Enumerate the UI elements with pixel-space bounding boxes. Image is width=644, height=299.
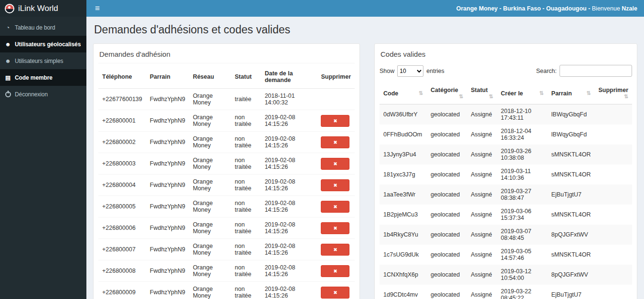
demande-row: +226800002FwdhzYphN9Orange Moneynon trai… bbox=[98, 132, 355, 153]
code-row: 0dW36UfbrYgeolocatedAssigné2018-12-10 17… bbox=[380, 104, 632, 125]
code-cell-statut: Assigné bbox=[467, 205, 497, 225]
demande-cell-date: 2018-11-01 14:00:32 bbox=[261, 89, 317, 110]
code-cell-code: 1aaTee3fWr bbox=[380, 185, 427, 205]
delete-demande-button[interactable]: ✖ bbox=[321, 136, 349, 148]
demande-cell-reseau: Orange Money bbox=[189, 153, 231, 175]
codes-col-supprimer[interactable]: Supprimer⇅ bbox=[594, 82, 632, 104]
demande-row: +226800001FwdhzYphN9Orange Moneynon trai… bbox=[98, 110, 355, 132]
delete-demande-button[interactable]: ✖ bbox=[321, 287, 349, 299]
delete-demande-button[interactable]: ✖ bbox=[321, 265, 349, 277]
code-cell-parrain: lBWqyGbqFd bbox=[548, 124, 595, 144]
code-cell-statut: Assigné bbox=[467, 124, 497, 144]
page-length-select[interactable]: 10 bbox=[397, 65, 423, 77]
user-context: Orange Money - Burkina Faso - Ouagadougo… bbox=[446, 0, 644, 19]
sidebar-item-tableau-de-bord[interactable]: ◔Tableau de bord bbox=[0, 19, 86, 36]
delete-demande-button[interactable]: ✖ bbox=[321, 115, 349, 127]
demande-cell-statut: traitée bbox=[231, 89, 261, 110]
code-cell-creer_le: 2018-12-10 17:43:11 bbox=[497, 104, 548, 125]
codes-col-label: Code bbox=[383, 90, 398, 97]
demande-cell-telephone: +226800009 bbox=[98, 282, 146, 299]
codes-col-categorie[interactable]: Catégorie⇅ bbox=[427, 82, 467, 104]
delete-demande-button[interactable]: ✖ bbox=[321, 222, 349, 234]
demande-cell-reseau: Orange Money bbox=[189, 239, 231, 260]
demande-cell-supprimer: ✖ bbox=[317, 239, 355, 260]
code-cell-creer_le: 2019-03-22 08:45:22 bbox=[497, 285, 548, 299]
code-cell-creer_le: 2019-03-12 10:54:00 bbox=[497, 265, 548, 285]
demande-row: +226800006FwdhzYphN9Orange Moneynon trai… bbox=[98, 217, 355, 239]
codes-col-statut[interactable]: Statut⇅ bbox=[467, 82, 497, 104]
code-cell-supprimer bbox=[594, 265, 632, 285]
code-cell-code: 1B2pjeMCu3 bbox=[380, 205, 427, 225]
brand-icon bbox=[5, 4, 14, 13]
demande-cell-telephone: +226800006 bbox=[98, 217, 146, 239]
sort-icon: ⇅ bbox=[459, 93, 463, 100]
demande-cell-supprimer: ✖ bbox=[317, 175, 355, 196]
demande-cell-reseau: Orange Money bbox=[189, 110, 231, 132]
delete-demande-button[interactable]: ✖ bbox=[321, 179, 349, 191]
users-icon: ☻ bbox=[4, 41, 11, 48]
code-cell-supprimer bbox=[594, 185, 632, 205]
datatable-controls: Show 10 entries Search: bbox=[380, 65, 632, 77]
code-cell-code: 1d9CDtc4mv bbox=[380, 285, 427, 299]
demande-cell-telephone: +226800003 bbox=[98, 153, 146, 175]
demande-cell-supprimer: ✖ bbox=[317, 132, 355, 153]
demande-cell-statut: non traitée bbox=[231, 175, 261, 196]
demande-row: +226800005FwdhzYphN9Orange Moneynon trai… bbox=[98, 196, 355, 217]
search-input[interactable] bbox=[560, 65, 632, 77]
power-icon bbox=[5, 92, 11, 97]
delete-demande-button[interactable]: ✖ bbox=[321, 158, 349, 170]
page-title: Demandes d'adhésions et codes valides bbox=[94, 23, 637, 36]
sidebar-item-label: Déconnexion bbox=[15, 91, 48, 98]
panels: Demandes d'adhésion TéléphoneParrainRése… bbox=[93, 43, 637, 299]
sidebar-item-utilisateurs-simples[interactable]: ☻Utilisateurs simples bbox=[0, 52, 86, 69]
demande-cell-supprimer bbox=[317, 89, 355, 110]
demande-cell-telephone: +226800005 bbox=[98, 196, 146, 217]
sidebar-item-code-membre[interactable]: ▤Code membre bbox=[0, 69, 86, 86]
sort-icon: ⇅ bbox=[419, 90, 423, 96]
code-cell-parrain: 8pQJGFxtWV bbox=[548, 225, 595, 245]
codes-col-label: Supprimer bbox=[598, 87, 628, 93]
code-cell-categorie: geolocated bbox=[427, 124, 467, 144]
code-cell-creer_le: 2019-03-26 10:38:08 bbox=[497, 144, 548, 165]
demande-cell-supprimer: ✖ bbox=[317, 217, 355, 239]
code-cell-supprimer bbox=[594, 245, 632, 265]
code-cell-code: 1c7sUG9dUk bbox=[380, 245, 427, 265]
demandes-col-reseau: Réseau bbox=[189, 65, 231, 89]
codes-col-parrain[interactable]: Parrain⇅ bbox=[548, 82, 595, 104]
code-cell-code: 1b4RkyC8Yu bbox=[380, 225, 427, 245]
show-label: Show bbox=[380, 68, 394, 74]
brand[interactable]: iLink World bbox=[0, 0, 86, 17]
code-cell-statut: Assigné bbox=[467, 245, 497, 265]
demande-cell-parrain: FwdhzYphN9 bbox=[146, 196, 189, 217]
delete-demande-button[interactable]: ✖ bbox=[321, 201, 349, 213]
code-cell-categorie: geolocated bbox=[427, 265, 467, 285]
demande-cell-date: 2019-02-08 14:15:26 bbox=[261, 282, 317, 299]
demandes-col-date: Date de la demande bbox=[261, 65, 317, 89]
codes-panel-title: Codes valides bbox=[380, 49, 632, 63]
sidebar-toggle-button[interactable]: ≡ bbox=[86, 0, 108, 17]
sidebar-item-utilisateurs-geolocalises[interactable]: ☻Utilisateurs géolocalisés bbox=[0, 36, 86, 52]
codes-col-creer_le[interactable]: Créer le⇅ bbox=[497, 82, 548, 104]
demande-cell-statut: non traitée bbox=[231, 282, 261, 299]
sidebar-menu: ◔Tableau de bord☻Utilisateurs géolocalis… bbox=[0, 17, 86, 103]
code-cell-supprimer bbox=[594, 225, 632, 245]
sidebar-item-label: Tableau de bord bbox=[15, 24, 55, 31]
code-cell-statut: Assigné bbox=[467, 185, 497, 205]
sidebar-item-label: Utilisateurs géolocalisés bbox=[15, 41, 81, 48]
code-cell-categorie: geolocated bbox=[427, 185, 467, 205]
demande-cell-statut: non traitée bbox=[231, 239, 261, 260]
demande-cell-reseau: Orange Money bbox=[189, 217, 231, 239]
code-row: 1c7sUG9dUkgeolocatedAssigné2019-03-05 14… bbox=[380, 245, 632, 265]
sort-icon: ⇅ bbox=[489, 93, 493, 100]
demande-cell-telephone: +226800002 bbox=[98, 132, 146, 153]
demandes-col-statut: Statut bbox=[231, 65, 261, 89]
sidebar-item-label: Code membre bbox=[15, 74, 53, 81]
codes-col-code[interactable]: Code⇅ bbox=[380, 82, 427, 104]
code-row: 1CNXhfqX6pgeolocatedAssigné2019-03-12 10… bbox=[380, 265, 632, 285]
demande-cell-date: 2019-02-08 14:15:26 bbox=[261, 196, 317, 217]
delete-demande-button[interactable]: ✖ bbox=[321, 244, 349, 256]
sidebar-item-deconnexion[interactable]: Déconnexion bbox=[0, 86, 86, 103]
dashboard-icon: ◔ bbox=[4, 24, 11, 31]
main-content: Demandes d'adhésions et codes valides De… bbox=[86, 17, 644, 299]
demande-cell-statut: non traitée bbox=[231, 260, 261, 282]
